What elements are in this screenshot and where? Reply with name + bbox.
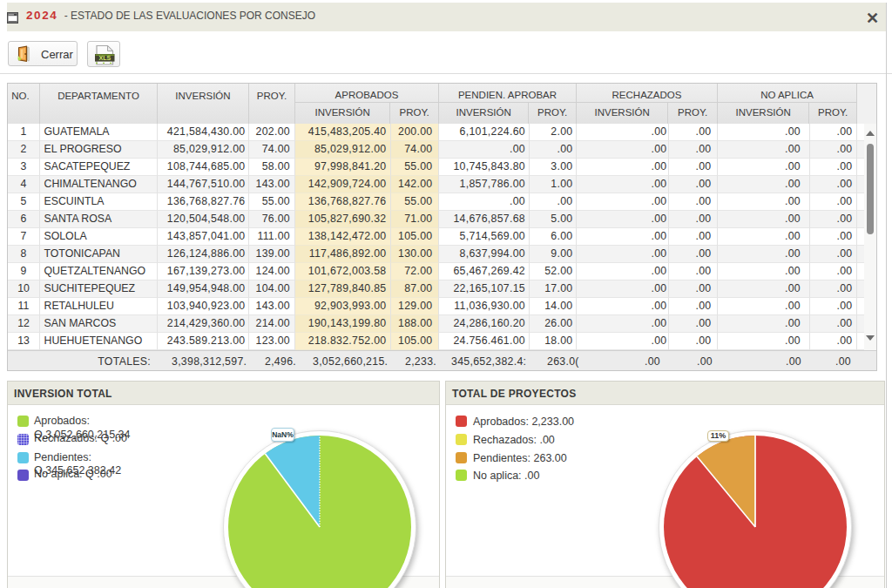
svg-text:XLS: XLS [99, 55, 112, 61]
